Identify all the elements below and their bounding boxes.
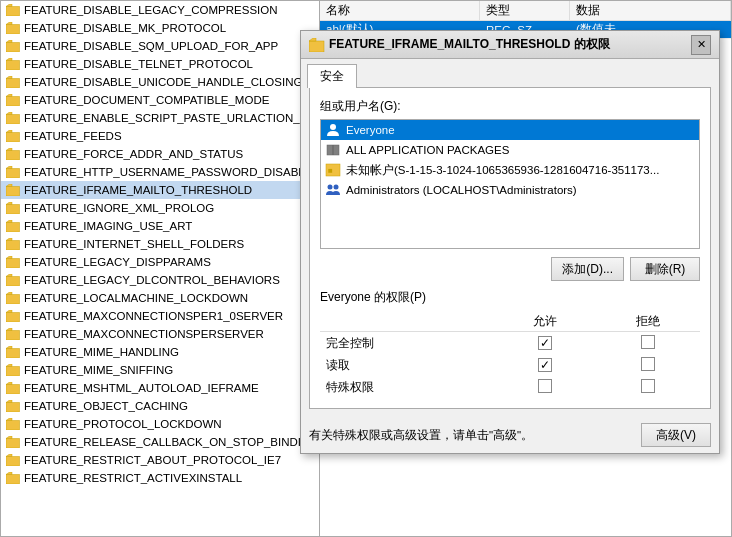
permission-name: 完全控制 <box>320 332 493 355</box>
svg-point-33 <box>328 185 333 190</box>
group-icon: ■ <box>325 162 343 178</box>
folder-icon <box>5 470 21 486</box>
registry-item-label: FEATURE_LOCALMACHINE_LOCKDOWN <box>24 292 248 304</box>
registry-item[interactable]: FEATURE_LEGACY_DISPPARAMS <box>1 253 319 271</box>
svg-rect-9 <box>6 169 20 179</box>
svg-rect-18 <box>6 331 20 341</box>
col-header-type: 类型 <box>480 1 570 20</box>
folder-icon <box>5 56 21 72</box>
registry-item[interactable]: FEATURE_RESTRICT_ABOUT_PROTOCOL_IE7 <box>1 451 319 469</box>
folder-icon <box>5 326 21 342</box>
permission-name: 读取 <box>320 354 493 376</box>
col-permission-name <box>320 312 493 332</box>
registry-item[interactable]: FEATURE_MAXCONNECTIONSPER1_0SERVER <box>1 307 319 325</box>
registry-item-label: FEATURE_MSHTML_AUTOLOAD_IEFRAME <box>24 382 259 394</box>
svg-rect-12 <box>6 223 20 233</box>
folder-icon <box>5 452 21 468</box>
registry-item-label: FEATURE_DISABLE_SQM_UPLOAD_FOR_APP <box>24 40 278 52</box>
add-button[interactable]: 添加(D)... <box>551 257 624 281</box>
deny-checkbox[interactable] <box>641 379 655 393</box>
registry-item-label: FEATURE_MAXCONNECTIONSPER1_0SERVER <box>24 310 283 322</box>
deny-checkbox[interactable] <box>641 357 655 371</box>
svg-rect-26 <box>6 475 20 485</box>
group-item[interactable]: ■未知帐户(S-1-15-3-1024-1065365936-128160471… <box>321 160 699 180</box>
dialog-note: 有关特殊权限或高级设置，请单击"高级"。 <box>309 428 533 443</box>
svg-rect-5 <box>6 97 20 107</box>
dialog-close-button[interactable]: ✕ <box>691 35 711 55</box>
permission-deny-cell[interactable] <box>596 354 700 376</box>
deny-checkbox[interactable] <box>641 335 655 349</box>
registry-item-label: FEATURE_PROTOCOL_LOCKDOWN <box>24 418 222 430</box>
registry-item[interactable]: FEATURE_LEGACY_DLCONTROL_BEHAVIORS <box>1 271 319 289</box>
svg-rect-16 <box>6 295 20 305</box>
folder-icon <box>5 20 21 36</box>
svg-rect-11 <box>6 205 20 215</box>
registry-item[interactable]: FEATURE_HTTP_USERNAME_PASSWORD_DISABLE <box>1 163 319 181</box>
group-list[interactable]: EveryoneALL APPLICATION PACKAGES■未知帐户(S-… <box>320 119 700 249</box>
remove-button[interactable]: 删除(R) <box>630 257 700 281</box>
svg-rect-0 <box>6 7 20 17</box>
group-item[interactable]: Everyone <box>321 120 699 140</box>
registry-item[interactable]: FEATURE_FORCE_ADDR_AND_STATUS <box>1 145 319 163</box>
group-item-label: ALL APPLICATION PACKAGES <box>346 144 509 156</box>
registry-item[interactable]: FEATURE_DISABLE_LEGACY_COMPRESSION <box>1 1 319 19</box>
folder-icon <box>5 92 21 108</box>
registry-item-label: FEATURE_LEGACY_DISPPARAMS <box>24 256 211 268</box>
tab-security[interactable]: 安全 <box>307 64 357 88</box>
registry-item[interactable]: FEATURE_INTERNET_SHELL_FOLDERS <box>1 235 319 253</box>
registry-item[interactable]: FEATURE_LOCALMACHINE_LOCKDOWN <box>1 289 319 307</box>
permission-row: 特殊权限 <box>320 376 700 398</box>
registry-item-label: FEATURE_LEGACY_DLCONTROL_BEHAVIORS <box>24 274 280 286</box>
registry-item-label: FEATURE_IFRAME_MAILTO_THRESHOLD <box>24 184 252 196</box>
registry-item[interactable]: FEATURE_IMAGING_USE_ART <box>1 217 319 235</box>
permission-deny-cell[interactable] <box>596 332 700 355</box>
registry-item[interactable]: FEATURE_PROTOCOL_LOCKDOWN <box>1 415 319 433</box>
svg-rect-7 <box>6 133 20 143</box>
permissions-label: Everyone 的权限(P) <box>320 289 700 306</box>
registry-item-label: FEATURE_MIME_HANDLING <box>24 346 179 358</box>
group-item[interactable]: Administrators (LOCALHOST\Administrators… <box>321 180 699 200</box>
registry-item[interactable]: FEATURE_IGNORE_XML_PROLOG <box>1 199 319 217</box>
allow-checkbox[interactable]: ✓ <box>538 358 552 372</box>
registry-item[interactable]: FEATURE_OBJECT_CACHING <box>1 397 319 415</box>
group-icon <box>325 142 343 158</box>
registry-item-label: FEATURE_DISABLE_TELNET_PROTOCOL <box>24 58 253 70</box>
allow-checkbox[interactable]: ✓ <box>538 336 552 350</box>
svg-rect-2 <box>6 43 20 53</box>
folder-icon <box>5 344 21 360</box>
dialog-bottom-bar: 有关特殊权限或高级设置，请单击"高级"。 高级(V) <box>301 417 719 453</box>
registry-item[interactable]: FEATURE_IFRAME_MAILTO_THRESHOLD <box>1 181 319 199</box>
svg-rect-20 <box>6 367 20 377</box>
folder-icon <box>5 308 21 324</box>
folder-icon <box>5 218 21 234</box>
registry-item-label: FEATURE_ENABLE_SCRIPT_PASTE_URLACTION_IF <box>24 112 310 124</box>
permission-allow-cell[interactable]: ✓ <box>493 354 597 376</box>
registry-item[interactable]: FEATURE_MIME_SNIFFING <box>1 361 319 379</box>
permission-allow-cell[interactable]: ✓ <box>493 332 597 355</box>
registry-item[interactable]: FEATURE_DOCUMENT_COMPATIBLE_MODE <box>1 91 319 109</box>
registry-item[interactable]: FEATURE_MSHTML_AUTOLOAD_IEFRAME <box>1 379 319 397</box>
registry-item[interactable]: FEATURE_RESTRICT_ACTIVEXINSTALL <box>1 469 319 487</box>
registry-item[interactable]: FEATURE_DISABLE_TELNET_PROTOCOL <box>1 55 319 73</box>
registry-item[interactable]: FEATURE_DISABLE_SQM_UPLOAD_FOR_APP <box>1 37 319 55</box>
allow-checkbox[interactable] <box>538 379 552 393</box>
permission-deny-cell[interactable] <box>596 376 700 398</box>
registry-item[interactable]: FEATURE_FEEDS <box>1 127 319 145</box>
registry-item-label: FEATURE_RESTRICT_ACTIVEXINSTALL <box>24 472 242 484</box>
permissions-section: Everyone 的权限(P) 允许 拒绝 完全控制✓读取✓特殊权限 <box>320 289 700 398</box>
registry-item[interactable]: FEATURE_MAXCONNECTIONSPERSERVER <box>1 325 319 343</box>
registry-item-label: FEATURE_RELEASE_CALLBACK_ON_STOP_BINDING <box>24 436 318 448</box>
registry-list[interactable]: FEATURE_DISABLE_LEGACY_COMPRESSIONFEATUR… <box>1 1 319 516</box>
registry-item[interactable]: FEATURE_RELEASE_CALLBACK_ON_STOP_BINDING <box>1 433 319 451</box>
registry-item[interactable]: FEATURE_ENABLE_SCRIPT_PASTE_URLACTION_IF <box>1 109 319 127</box>
folder-icon <box>5 416 21 432</box>
folder-icon <box>5 272 21 288</box>
group-item[interactable]: ALL APPLICATION PACKAGES <box>321 140 699 160</box>
advanced-button[interactable]: 高级(V) <box>641 423 711 447</box>
registry-item[interactable]: FEATURE_DISABLE_UNICODE_HANDLE_CLOSING <box>1 73 319 91</box>
registry-item[interactable]: FEATURE_MIME_HANDLING <box>1 343 319 361</box>
registry-item[interactable]: FEATURE_DISABLE_MK_PROTOCOL <box>1 19 319 37</box>
permissions-dialog: FEATURE_IFRAME_MAILTO_THRESHOLD 的权限 ✕ 安全… <box>300 30 720 454</box>
permission-allow-cell[interactable] <box>493 376 597 398</box>
registry-item-label: FEATURE_DISABLE_MK_PROTOCOL <box>24 22 226 34</box>
